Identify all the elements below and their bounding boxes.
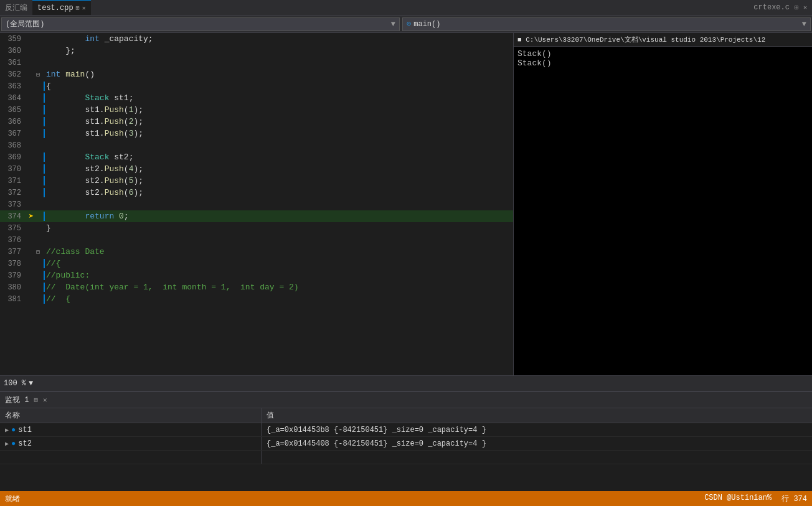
watch-close-button[interactable]: ✕ xyxy=(43,396,47,404)
func-label: main() xyxy=(413,20,440,29)
watch-row-st2[interactable]: ▶ ● st2 {_a=0x01445408 {-842150451} _siz… xyxy=(0,437,812,451)
code-line-381: 381 // { xyxy=(0,293,513,305)
watch-col-val: 值 xyxy=(262,408,812,423)
watch-title: 监视 1 ⊞ ✕ xyxy=(0,392,812,408)
scope-arrow-icon: ▼ xyxy=(391,20,395,29)
tab-right-label: crtexe.c xyxy=(753,3,790,12)
line-num-359: 359 xyxy=(0,35,26,44)
code-line-369: 369 Stack st2; xyxy=(0,151,513,163)
func-dropdown[interactable]: ⊙ main() ▼ xyxy=(402,17,811,31)
watch-val-st2: {_a=0x01445408 {-842150451} _size=0 _cap… xyxy=(267,439,486,448)
code-line-364: 364 Stack st1; xyxy=(0,92,513,104)
line-content-366: st1.Push(2); xyxy=(44,117,513,126)
close-icon[interactable]: ✕ xyxy=(82,4,86,12)
current-line-arrow: ➤ xyxy=(29,211,34,222)
scope-dropdown[interactable]: (全局范围) ▼ xyxy=(1,17,400,31)
code-line-362: 362 ⊟ int main() xyxy=(0,68,513,80)
line-content-369: Stack st2; xyxy=(44,152,513,162)
status-csdn-label: CSDN @Ustinian% xyxy=(704,494,772,504)
console-panel: ■ C:\Users\33207\OneDrive\文档\visual stud… xyxy=(514,33,812,375)
pin-icon[interactable]: ⊞ xyxy=(76,4,80,12)
code-line-380: 380 // Date(int year = 1, int month = 1,… xyxy=(0,281,513,293)
line-num-374: 374 xyxy=(0,212,26,221)
line-content-360: }; xyxy=(44,46,513,55)
code-line-366: 366 st1.Push(2); xyxy=(0,116,513,128)
watch-header: 名称 值 xyxy=(0,408,812,423)
code-line-374: 374 ➤ return 0; xyxy=(0,210,513,222)
zoom-label: 100 % xyxy=(4,379,26,388)
zoom-dropdown-icon: ▼ xyxy=(29,379,33,388)
title-bar: 反汇编 test.cpp ⊞ ✕ crtexe.c ⊞ ✕ xyxy=(0,0,812,16)
code-line-372: 372 st2.Push(6); xyxy=(0,187,513,199)
line-content-375: } xyxy=(44,223,513,233)
line-content-367: st1.Push(3); xyxy=(44,129,513,138)
console-body: Stack() Stack() xyxy=(514,47,812,375)
line-num-372: 372 xyxy=(0,189,26,197)
code-line-371: 371 st2.Push(5); xyxy=(0,175,513,187)
tab-testcpp-label: test.cpp xyxy=(37,4,73,12)
line-num-361: 361 xyxy=(0,59,26,67)
line-content-379: //public: xyxy=(44,271,513,280)
line-content-372: st2.Push(6); xyxy=(44,188,513,197)
title-right: crtexe.c ⊞ ✕ xyxy=(753,3,812,12)
watch-name-st2: st2 xyxy=(18,439,32,448)
code-line-378: 378 //{ xyxy=(0,258,513,269)
code-line-360: 360 }; xyxy=(0,45,513,57)
watch-col-name: 名称 xyxy=(0,408,262,423)
code-line-361: 361 xyxy=(0,57,513,68)
line-num-379: 379 xyxy=(0,271,26,280)
code-line-359: 359 int _capacity; xyxy=(0,33,513,45)
scope-label: (全局范围) xyxy=(6,19,44,29)
indicator-374: ➤ xyxy=(26,211,36,222)
zoom-select[interactable]: 100 % ▼ xyxy=(4,379,33,388)
line-content-380: // Date(int year = 1, int month = 1, int… xyxy=(44,283,513,292)
console-line-1: Stack() xyxy=(517,49,808,59)
expand-arrow-st1[interactable]: ▶ xyxy=(5,426,9,434)
line-content-381: // { xyxy=(44,294,513,304)
func-icon: ⊙ xyxy=(407,19,411,29)
status-right: CSDN @Ustinian% 行 374 xyxy=(704,494,807,504)
line-num-366: 366 xyxy=(0,118,26,126)
tab-disassembly[interactable]: 反汇编 xyxy=(0,0,32,15)
line-num-370: 370 xyxy=(0,165,26,174)
tab-right-close[interactable]: ✕ xyxy=(803,4,807,11)
line-num-375: 375 xyxy=(0,224,26,233)
code-line-367: 367 st1.Push(3); xyxy=(0,128,513,139)
line-num-376: 376 xyxy=(0,236,26,245)
status-bar: 就绪 CSDN @Ustinian% 行 374 xyxy=(0,491,812,506)
console-line-2: Stack() xyxy=(517,59,808,68)
line-content-365: st1.Push(1); xyxy=(44,105,513,115)
obj-icon-st1: ● xyxy=(11,426,16,434)
watch-pin-button[interactable]: ⊞ xyxy=(34,396,38,404)
expand-arrow-st2[interactable]: ▶ xyxy=(5,440,9,447)
console-title-bar: ■ C:\Users\33207\OneDrive\文档\visual stud… xyxy=(514,33,812,47)
watch-name-st1: st1 xyxy=(18,426,32,434)
watch-row-st1[interactable]: ▶ ● st1 {_a=0x014453b8 {-842150451} _siz… xyxy=(0,423,812,437)
watch-panel: 监视 1 ⊞ ✕ 名称 值 ▶ ● st1 {_a=0x014453b8 {-8… xyxy=(0,391,812,491)
status-left-label: 就绪 xyxy=(5,494,20,504)
obj-icon-st2: ● xyxy=(11,439,16,448)
code-line-363: 363 { xyxy=(0,80,513,92)
watch-cell-name-st1: ▶ ● st1 xyxy=(0,423,262,436)
line-num-364: 364 xyxy=(0,94,26,103)
main-content: 359 int _capacity; 360 }; 361 xyxy=(0,33,812,375)
fold-362[interactable]: ⊟ xyxy=(36,71,44,78)
code-editor[interactable]: 359 int _capacity; 360 }; 361 xyxy=(0,33,514,375)
line-content-359: int _capacity; xyxy=(44,34,513,44)
line-content-378: //{ xyxy=(44,259,513,268)
status-line-col: 行 374 xyxy=(781,494,807,504)
col-val-label: 值 xyxy=(267,410,274,421)
code-line-376: 376 xyxy=(0,234,513,246)
tab-right-pin[interactable]: ⊞ xyxy=(795,4,798,11)
line-num-365: 365 xyxy=(0,106,26,115)
code-line-379: 379 //public: xyxy=(0,269,513,281)
fold-377[interactable]: ⊟ xyxy=(36,248,44,256)
watch-row-empty[interactable] xyxy=(0,451,812,464)
tab-testcpp[interactable]: test.cpp ⊞ ✕ xyxy=(32,0,91,15)
code-line-370: 370 st2.Push(4); xyxy=(0,163,513,175)
line-content-371: st2.Push(5); xyxy=(44,176,513,185)
line-num-377: 377 xyxy=(0,248,26,256)
watch-val-st1: {_a=0x014453b8 {-842150451} _size=0 _cap… xyxy=(267,426,486,434)
watch-cell-name-empty[interactable] xyxy=(0,451,262,464)
code-lines: 359 int _capacity; 360 }; 361 xyxy=(0,33,513,375)
